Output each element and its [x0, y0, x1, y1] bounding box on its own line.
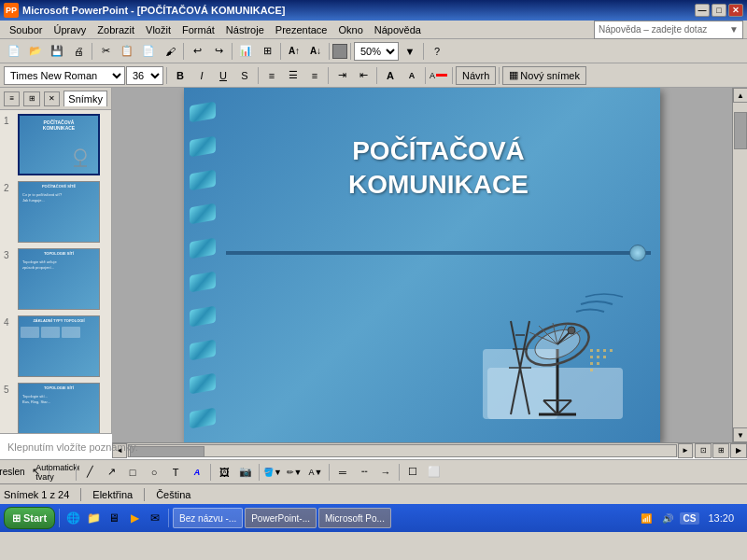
shadow-button-draw[interactable]: ☐: [402, 463, 423, 482]
titlebar-buttons: — □ ✕: [695, 4, 743, 17]
slideshow-btn[interactable]: ▶: [730, 443, 747, 458]
navrh-button[interactable]: Návrh: [456, 66, 496, 85]
menu-upravy[interactable]: Úpravy: [48, 22, 92, 37]
scroll-right-button[interactable]: ►: [678, 443, 693, 458]
taskbar-ie-icon[interactable]: 🌐: [63, 509, 82, 527]
zoom-dropdown-icon[interactable]: ▼: [400, 42, 420, 61]
slide-sorter-btn[interactable]: ⊞: [712, 443, 729, 458]
line-button[interactable]: ╱: [79, 463, 100, 482]
3d-button[interactable]: ⬜: [424, 463, 444, 482]
textbox-button[interactable]: T: [165, 463, 186, 482]
cut-button[interactable]: ✂: [95, 42, 116, 61]
color-square-button[interactable]: [332, 44, 347, 59]
kresleni-button[interactable]: Kreslení ▼: [4, 463, 24, 482]
insert-table-button[interactable]: ⊞: [257, 42, 277, 61]
ellipse-button[interactable]: ○: [144, 463, 164, 482]
bold-button[interactable]: B: [170, 66, 190, 85]
menu-soubor[interactable]: Soubor: [4, 22, 48, 37]
taskbar-app-notepad[interactable]: Bez názvu -...: [173, 508, 243, 528]
copy-button[interactable]: 📋: [117, 42, 137, 61]
zoom-combo[interactable]: 50%: [354, 42, 399, 61]
italic-button[interactable]: I: [191, 66, 212, 85]
close-panel-btn[interactable]: ✕: [44, 91, 60, 106]
menu-napoveda[interactable]: Nápověda: [369, 22, 427, 37]
align-center-button[interactable]: ☰: [283, 66, 303, 85]
save-button[interactable]: 💾: [47, 42, 67, 61]
menu-format[interactable]: Formát: [176, 22, 220, 37]
increase-indent-button[interactable]: ⇥: [331, 66, 352, 85]
font-size-combo[interactable]: 36: [126, 66, 163, 85]
slide-title[interactable]: POČÍTAČOVÁ KOMUNIKACE: [235, 134, 641, 203]
line-color-button[interactable]: ✏▼: [284, 463, 304, 482]
novy-snimek-button[interactable]: ▦ Nový snímek: [502, 66, 586, 85]
format-painter-button[interactable]: 🖌: [160, 42, 180, 61]
font-color-draw-button[interactable]: A▼: [305, 463, 326, 482]
decrease-indent-button[interactable]: ⇤: [353, 66, 374, 85]
scroll-thumb[interactable]: [734, 112, 747, 149]
dash-style-button[interactable]: ╌: [354, 463, 374, 482]
menu-okno[interactable]: Okno: [332, 22, 368, 37]
slide-thumb-1[interactable]: 1 POČÍTAČOVÁKOMUNIKACE: [4, 114, 107, 175]
align-left-button[interactable]: ≡: [261, 66, 282, 85]
help-question-button[interactable]: ?: [427, 42, 447, 61]
main-slide[interactable]: POČÍTAČOVÁ KOMUNIKACE: [184, 88, 660, 442]
start-button[interactable]: ⊞ Start: [4, 507, 55, 529]
taskbar-folder-icon[interactable]: 📁: [84, 509, 103, 527]
font-size-increase-button[interactable]: A↑: [284, 42, 304, 61]
taskbar-media-icon[interactable]: ▶: [125, 509, 144, 527]
snimky-tab[interactable]: Snímky: [63, 91, 107, 106]
slide-thumb-5[interactable]: 5 TOPOLOGIE SÍTÍ Topologie sítí...Bus, R…: [4, 383, 107, 433]
menu-prezentace[interactable]: Prezentace: [270, 22, 333, 37]
slide-view-btn[interactable]: ⊞: [23, 91, 39, 106]
redo-button[interactable]: ↪: [208, 42, 229, 61]
align-right-button[interactable]: ≡: [304, 66, 325, 85]
horizontal-scroll-thumb[interactable]: [130, 446, 204, 457]
outline-view-btn[interactable]: ≡: [4, 91, 20, 106]
insert-picture-button[interactable]: 📷: [235, 463, 256, 482]
taskbar-mail-icon[interactable]: ✉: [146, 509, 164, 527]
underline-button[interactable]: U: [213, 66, 233, 85]
insert-clipart-button[interactable]: 🖼: [214, 463, 234, 482]
insert-chart-button[interactable]: 📊: [235, 42, 256, 61]
systray-network-icon[interactable]: 📶: [637, 509, 655, 527]
taskbar-explorer-icon[interactable]: 🖥: [105, 509, 123, 527]
scroll-up-button[interactable]: ▲: [733, 88, 747, 103]
fill-color-button[interactable]: 🪣▼: [262, 463, 283, 482]
arrow-style-button[interactable]: →: [375, 463, 396, 482]
menu-vlozit[interactable]: Vložit: [140, 22, 176, 37]
systray-volume-icon[interactable]: 🔊: [658, 509, 677, 527]
font-color-button[interactable]: A: [429, 66, 449, 85]
slide-thumb-4[interactable]: 4 ZÁKLADNÍ TYPY TOPOLOGIÍ: [4, 315, 107, 377]
paste-button[interactable]: 📄: [138, 42, 159, 61]
open-button[interactable]: 📂: [25, 42, 46, 61]
novy-snimek-label: Nový snímek: [520, 70, 580, 81]
font-color-decrease-button[interactable]: A: [402, 66, 422, 85]
rect-button[interactable]: □: [122, 463, 143, 482]
auto-tvary-button[interactable]: Automatické tvary ▼: [52, 463, 73, 482]
arrow-button[interactable]: ↗: [101, 463, 121, 482]
menu-zobrazit[interactable]: Zobrazit: [92, 22, 140, 37]
menu-nastroje[interactable]: Nástroje: [220, 22, 270, 37]
print-preview-button[interactable]: 🖨: [68, 42, 89, 61]
font-color-increase-button[interactable]: A: [380, 66, 401, 85]
line-style-button[interactable]: ═: [332, 463, 353, 482]
maximize-button[interactable]: □: [712, 4, 726, 17]
font-combo[interactable]: Times New Roman: [4, 66, 125, 85]
taskbar-app-powerpoint2[interactable]: Microsoft Po...: [318, 508, 391, 528]
normal-view-btn[interactable]: ⊡: [695, 443, 712, 458]
minimize-button[interactable]: —: [695, 4, 710, 17]
font-size-decrease-button[interactable]: A↓: [305, 42, 326, 61]
shadow-button[interactable]: S: [234, 66, 255, 85]
wordart-button[interactable]: A: [187, 463, 207, 482]
scroll-down-button[interactable]: ▼: [733, 427, 747, 442]
help-dropdown-icon[interactable]: ▼: [729, 24, 739, 35]
undo-button[interactable]: ↩: [187, 42, 207, 61]
taskbar-app-powerpoint1[interactable]: PowerPoint-...: [245, 508, 317, 528]
lang-indicator[interactable]: CS: [680, 512, 700, 525]
slide-thumb-2[interactable]: 2 POČÍTAČOVÉ SÍTĚ Co je to počítačová sí…: [4, 181, 107, 243]
slide-thumb-3[interactable]: 3 TOPOLOGIE SÍTÍ Topologie sítě určujezp…: [4, 248, 107, 310]
slide-canvas-area[interactable]: POČÍTAČOVÁ KOMUNIKACE: [112, 88, 732, 442]
new-button[interactable]: 📄: [4, 42, 24, 61]
help-search-box[interactable]: Nápověda – zadejte dotaz ▼: [594, 21, 743, 39]
close-button[interactable]: ✕: [728, 4, 743, 17]
